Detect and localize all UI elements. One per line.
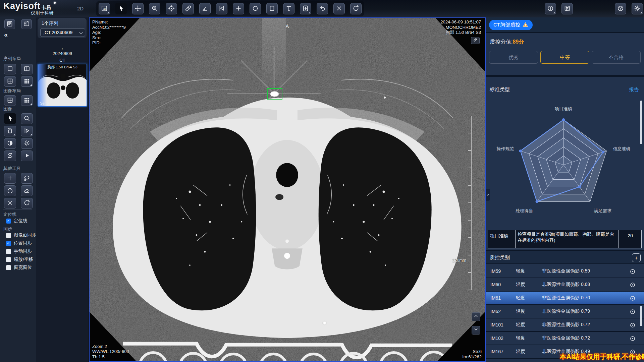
ellipse-tool-button[interactable] [250,3,261,14]
locate-icon[interactable] [629,282,635,288]
point-tool-button[interactable] [233,3,244,14]
qc-item-im61[interactable]: IM61 轻度 非医源性金属伪影 0.70 [486,292,644,305]
locate-icon[interactable] [629,295,635,301]
logo-text: Kayisoft [3,1,41,11]
image-layout-3x3-button[interactable] [21,95,33,106]
series-select-dropdown[interactable]: ,CT,20240609 [40,28,85,37]
ai-finding-roi[interactable] [267,88,282,100]
series-layout-2x2-button[interactable] [4,76,16,87]
locate-icon[interactable] [629,308,635,314]
mode-2d-button[interactable]: 2D [99,3,110,14]
text-tool-button[interactable] [283,3,294,14]
window-level-tool-button[interactable] [166,3,177,14]
qc-item-im102[interactable]: IM102 轻度 非医源性金属伪影 0.72 [486,332,644,345]
position-sync-checkbox[interactable]: 位置同步 [6,241,37,246]
settings-button[interactable] [632,3,643,14]
svg-text:满足需求: 满足需求 [594,208,611,213]
delete-annotation-button[interactable] [333,3,345,14]
qc-item-im101[interactable]: IM101 轻度 非医源性金属伪影 0.72 [486,318,644,332]
grade-medium-button[interactable]: 中等 [540,51,589,64]
pan-tool-button[interactable] [132,3,144,14]
image-layout-2x2-button[interactable] [4,95,16,106]
overlay-line: 2024-06-09 18:51:07 [440,19,481,25]
rotate-image-button[interactable] [4,126,16,136]
image-id-sync-checkbox[interactable]: 图像ID同步 [6,233,37,238]
qc-item-im60[interactable]: IM60 轻度 非医源性金属伪影 0.68 [486,278,644,292]
window-sync-checkbox[interactable]: 窗宽窗位 [6,265,37,270]
panel-expander-handle[interactable]: > [486,189,490,201]
previous-image-button[interactable] [472,312,480,321]
rect-tool-button[interactable] [266,3,278,14]
series-thumbnail[interactable]: 胸部 1.50 Br64 S3 Ser:6 262 [38,64,87,107]
qc-type-pill[interactable]: CT胸部质控 [489,20,533,30]
sync-checkboxes: 图像ID同步位置同步手动同步缩放/平移窗宽窗位 [6,233,37,270]
collapse-sidebar-button[interactable]: « [4,31,8,39]
link-icon [473,37,478,44]
zoom-pan-sync-checkbox[interactable]: 缩放/平移 [6,257,37,262]
qc-item-im62[interactable]: IM62 轻度 非医源性金属伪影 0.79 [486,305,644,318]
svg-text:2D: 2D [103,7,106,10]
alerts-button[interactable] [545,3,556,14]
help-button[interactable] [615,3,626,14]
checkbox [6,241,11,246]
series-layout-1x2-button[interactable] [21,64,33,74]
locate-icon[interactable] [629,322,635,328]
link-series-button[interactable] [471,37,480,44]
flip-image-button[interactable] [21,126,33,136]
locate-icon[interactable] [629,268,635,274]
contrast-button[interactable] [4,138,16,149]
finding-description: 非医源性金属伪影 0.70 [542,295,629,301]
freehand-roi-button[interactable] [21,173,33,184]
ai-disclaimer-text: 本AI结果仅用于科研,不作诊断 [559,352,644,361]
delete-button[interactable] [4,198,16,208]
locate-icon[interactable] [629,335,635,341]
add-annotation-button[interactable] [4,173,16,184]
length-tool-button[interactable] [182,3,194,14]
toolbar-right-group-a [545,3,573,14]
finding-severity: 轻度 [516,308,542,314]
sync-rotate-button[interactable] [4,150,16,161]
invert-tool-button[interactable] [300,3,311,14]
next-image-button[interactable] [472,326,480,335]
series-layout-1x1-button[interactable] [4,64,16,74]
panel-layout-button[interactable] [21,19,32,29]
locator-checkboxes: 定位线 [6,218,28,224]
logo-cn-text: 卡易 [42,5,51,10]
add-category-button[interactable]: + [632,253,641,262]
report-link[interactable]: 报告 [629,87,639,93]
radar-chart: 项目准确信息准确满足需求处理得当操作规范 [486,97,644,230]
manual-sync-checkbox[interactable]: 手动同步 [6,249,37,254]
locator-line-checkbox[interactable]: 定位线 [6,218,28,224]
image-section-label: 图像 [3,106,12,112]
qc-item-im59[interactable]: IM59 轻度 非医源性金属伪影 0.59 [486,265,644,278]
pointer-tool-button[interactable] [115,3,127,14]
locator-section-label: 定位线 [3,212,16,218]
save-button[interactable] [561,3,573,14]
ct-viewport[interactable]: PName:AccNO:2********9Age:Sex:PID: A 202… [89,17,486,362]
checkbox [6,249,11,254]
scrollbar-thumb[interactable] [640,306,642,326]
magnify-button[interactable] [21,113,33,124]
undo-button[interactable] [317,3,328,14]
zoom-tool-button[interactable] [149,3,160,14]
overlay-line: WW/WL:1200/-600 [92,349,129,354]
reset-button[interactable] [21,198,33,208]
image-layout-buttons [4,95,33,106]
cobb-angle-tool-button[interactable] [216,3,227,14]
image-layout-section-label: 图像布局 [3,88,21,94]
grade-fail-button[interactable]: 不合格 [592,51,641,64]
brightness-button[interactable] [21,138,33,149]
scrollbar-thumb[interactable] [640,101,642,144]
pointer-tool-button[interactable] [4,113,16,124]
series-layout-3x3-button[interactable] [21,76,33,87]
angle-tool-button[interactable] [199,3,211,14]
reset-view-button[interactable] [350,3,362,14]
cine-play-button[interactable] [21,150,33,161]
other-tool-buttons [4,173,33,208]
standard-type-title: 标准类型 [490,86,510,93]
grade-excellent-button[interactable]: 优秀 [489,51,538,64]
study-list-button[interactable] [4,19,15,29]
eraser-button[interactable] [21,185,33,196]
segmentation-button[interactable] [4,185,16,196]
finding-image-id: IM167 [490,349,516,354]
